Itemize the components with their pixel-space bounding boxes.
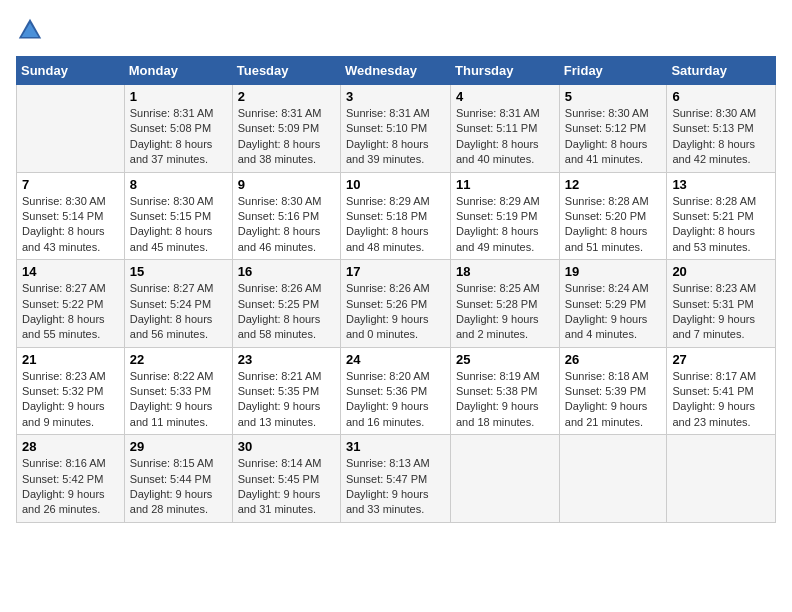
calendar-cell: 15Sunrise: 8:27 AM Sunset: 5:24 PM Dayli… [124, 260, 232, 348]
day-info: Sunrise: 8:19 AM Sunset: 5:38 PM Dayligh… [456, 369, 554, 431]
day-number: 14 [22, 264, 119, 279]
weekday-header-monday: Monday [124, 57, 232, 85]
calendar-cell [451, 435, 560, 523]
day-info: Sunrise: 8:27 AM Sunset: 5:22 PM Dayligh… [22, 281, 119, 343]
calendar-cell: 27Sunrise: 8:17 AM Sunset: 5:41 PM Dayli… [667, 347, 776, 435]
logo [16, 16, 48, 44]
calendar-cell: 7Sunrise: 8:30 AM Sunset: 5:14 PM Daylig… [17, 172, 125, 260]
day-number: 17 [346, 264, 445, 279]
day-number: 2 [238, 89, 335, 104]
day-number: 26 [565, 352, 662, 367]
day-info: Sunrise: 8:18 AM Sunset: 5:39 PM Dayligh… [565, 369, 662, 431]
day-info: Sunrise: 8:30 AM Sunset: 5:12 PM Dayligh… [565, 106, 662, 168]
day-number: 21 [22, 352, 119, 367]
day-number: 5 [565, 89, 662, 104]
page-header [16, 16, 776, 44]
day-info: Sunrise: 8:31 AM Sunset: 5:08 PM Dayligh… [130, 106, 227, 168]
day-info: Sunrise: 8:27 AM Sunset: 5:24 PM Dayligh… [130, 281, 227, 343]
calendar-cell: 12Sunrise: 8:28 AM Sunset: 5:20 PM Dayli… [559, 172, 667, 260]
day-info: Sunrise: 8:14 AM Sunset: 5:45 PM Dayligh… [238, 456, 335, 518]
weekday-header-wednesday: Wednesday [340, 57, 450, 85]
calendar-cell: 17Sunrise: 8:26 AM Sunset: 5:26 PM Dayli… [340, 260, 450, 348]
day-number: 28 [22, 439, 119, 454]
calendar-week-4: 21Sunrise: 8:23 AM Sunset: 5:32 PM Dayli… [17, 347, 776, 435]
weekday-header-friday: Friday [559, 57, 667, 85]
calendar-cell: 29Sunrise: 8:15 AM Sunset: 5:44 PM Dayli… [124, 435, 232, 523]
day-info: Sunrise: 8:30 AM Sunset: 5:16 PM Dayligh… [238, 194, 335, 256]
day-number: 25 [456, 352, 554, 367]
calendar-cell [17, 85, 125, 173]
calendar-cell: 13Sunrise: 8:28 AM Sunset: 5:21 PM Dayli… [667, 172, 776, 260]
day-number: 4 [456, 89, 554, 104]
day-number: 1 [130, 89, 227, 104]
day-number: 24 [346, 352, 445, 367]
calendar-cell: 24Sunrise: 8:20 AM Sunset: 5:36 PM Dayli… [340, 347, 450, 435]
calendar-cell: 3Sunrise: 8:31 AM Sunset: 5:10 PM Daylig… [340, 85, 450, 173]
calendar-cell: 16Sunrise: 8:26 AM Sunset: 5:25 PM Dayli… [232, 260, 340, 348]
calendar-cell: 26Sunrise: 8:18 AM Sunset: 5:39 PM Dayli… [559, 347, 667, 435]
weekday-header-sunday: Sunday [17, 57, 125, 85]
calendar-cell: 5Sunrise: 8:30 AM Sunset: 5:12 PM Daylig… [559, 85, 667, 173]
day-info: Sunrise: 8:28 AM Sunset: 5:21 PM Dayligh… [672, 194, 770, 256]
day-number: 30 [238, 439, 335, 454]
day-info: Sunrise: 8:31 AM Sunset: 5:10 PM Dayligh… [346, 106, 445, 168]
calendar-cell: 22Sunrise: 8:22 AM Sunset: 5:33 PM Dayli… [124, 347, 232, 435]
weekday-header-tuesday: Tuesday [232, 57, 340, 85]
calendar-cell: 2Sunrise: 8:31 AM Sunset: 5:09 PM Daylig… [232, 85, 340, 173]
day-number: 7 [22, 177, 119, 192]
day-number: 22 [130, 352, 227, 367]
calendar-cell: 9Sunrise: 8:30 AM Sunset: 5:16 PM Daylig… [232, 172, 340, 260]
day-info: Sunrise: 8:13 AM Sunset: 5:47 PM Dayligh… [346, 456, 445, 518]
day-number: 10 [346, 177, 445, 192]
day-info: Sunrise: 8:20 AM Sunset: 5:36 PM Dayligh… [346, 369, 445, 431]
day-info: Sunrise: 8:29 AM Sunset: 5:19 PM Dayligh… [456, 194, 554, 256]
day-number: 19 [565, 264, 662, 279]
calendar-cell: 10Sunrise: 8:29 AM Sunset: 5:18 PM Dayli… [340, 172, 450, 260]
day-number: 8 [130, 177, 227, 192]
calendar-cell: 18Sunrise: 8:25 AM Sunset: 5:28 PM Dayli… [451, 260, 560, 348]
day-number: 3 [346, 89, 445, 104]
calendar-week-2: 7Sunrise: 8:30 AM Sunset: 5:14 PM Daylig… [17, 172, 776, 260]
calendar-cell [559, 435, 667, 523]
calendar-week-3: 14Sunrise: 8:27 AM Sunset: 5:22 PM Dayli… [17, 260, 776, 348]
day-info: Sunrise: 8:30 AM Sunset: 5:14 PM Dayligh… [22, 194, 119, 256]
calendar-cell: 6Sunrise: 8:30 AM Sunset: 5:13 PM Daylig… [667, 85, 776, 173]
day-info: Sunrise: 8:31 AM Sunset: 5:11 PM Dayligh… [456, 106, 554, 168]
day-info: Sunrise: 8:31 AM Sunset: 5:09 PM Dayligh… [238, 106, 335, 168]
day-number: 23 [238, 352, 335, 367]
calendar-week-1: 1Sunrise: 8:31 AM Sunset: 5:08 PM Daylig… [17, 85, 776, 173]
day-info: Sunrise: 8:22 AM Sunset: 5:33 PM Dayligh… [130, 369, 227, 431]
calendar-cell: 28Sunrise: 8:16 AM Sunset: 5:42 PM Dayli… [17, 435, 125, 523]
calendar-cell: 19Sunrise: 8:24 AM Sunset: 5:29 PM Dayli… [559, 260, 667, 348]
weekday-header-thursday: Thursday [451, 57, 560, 85]
calendar-week-5: 28Sunrise: 8:16 AM Sunset: 5:42 PM Dayli… [17, 435, 776, 523]
calendar-cell: 20Sunrise: 8:23 AM Sunset: 5:31 PM Dayli… [667, 260, 776, 348]
day-number: 9 [238, 177, 335, 192]
calendar-cell: 30Sunrise: 8:14 AM Sunset: 5:45 PM Dayli… [232, 435, 340, 523]
day-number: 12 [565, 177, 662, 192]
day-info: Sunrise: 8:30 AM Sunset: 5:15 PM Dayligh… [130, 194, 227, 256]
calendar-cell: 23Sunrise: 8:21 AM Sunset: 5:35 PM Dayli… [232, 347, 340, 435]
day-number: 16 [238, 264, 335, 279]
day-info: Sunrise: 8:17 AM Sunset: 5:41 PM Dayligh… [672, 369, 770, 431]
day-info: Sunrise: 8:15 AM Sunset: 5:44 PM Dayligh… [130, 456, 227, 518]
day-number: 11 [456, 177, 554, 192]
calendar-cell: 14Sunrise: 8:27 AM Sunset: 5:22 PM Dayli… [17, 260, 125, 348]
calendar-cell: 11Sunrise: 8:29 AM Sunset: 5:19 PM Dayli… [451, 172, 560, 260]
day-info: Sunrise: 8:26 AM Sunset: 5:26 PM Dayligh… [346, 281, 445, 343]
day-number: 6 [672, 89, 770, 104]
day-info: Sunrise: 8:16 AM Sunset: 5:42 PM Dayligh… [22, 456, 119, 518]
calendar-cell: 1Sunrise: 8:31 AM Sunset: 5:08 PM Daylig… [124, 85, 232, 173]
weekday-header-saturday: Saturday [667, 57, 776, 85]
calendar-cell: 21Sunrise: 8:23 AM Sunset: 5:32 PM Dayli… [17, 347, 125, 435]
day-info: Sunrise: 8:23 AM Sunset: 5:32 PM Dayligh… [22, 369, 119, 431]
day-info: Sunrise: 8:24 AM Sunset: 5:29 PM Dayligh… [565, 281, 662, 343]
day-number: 20 [672, 264, 770, 279]
calendar-cell: 8Sunrise: 8:30 AM Sunset: 5:15 PM Daylig… [124, 172, 232, 260]
day-info: Sunrise: 8:30 AM Sunset: 5:13 PM Dayligh… [672, 106, 770, 168]
day-number: 29 [130, 439, 227, 454]
day-info: Sunrise: 8:23 AM Sunset: 5:31 PM Dayligh… [672, 281, 770, 343]
day-number: 27 [672, 352, 770, 367]
day-number: 18 [456, 264, 554, 279]
calendar-cell: 25Sunrise: 8:19 AM Sunset: 5:38 PM Dayli… [451, 347, 560, 435]
